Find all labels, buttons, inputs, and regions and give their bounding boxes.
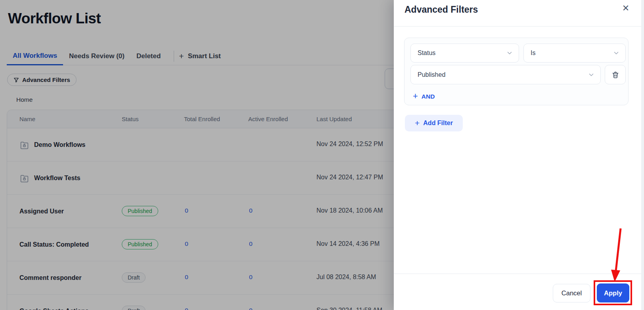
- delete-filter-button[interactable]: [605, 65, 626, 84]
- scrollbar[interactable]: [641, 0, 644, 310]
- cancel-button[interactable]: Cancel: [553, 284, 590, 302]
- panel-title: Advanced Filters: [404, 4, 478, 15]
- trash-icon: [611, 71, 619, 79]
- apply-button[interactable]: Apply: [597, 283, 629, 302]
- modal-dim-overlay[interactable]: [0, 0, 394, 310]
- divider: [394, 274, 644, 274]
- add-and-condition-button[interactable]: + AND: [413, 92, 435, 101]
- filter-field-select[interactable]: Status: [410, 44, 519, 63]
- filter-condition-card: Status Is Published + AND: [404, 38, 629, 105]
- chevron-down-icon: [588, 71, 595, 78]
- add-filter-button[interactable]: + Add Filter: [405, 115, 463, 131]
- plus-icon: +: [415, 119, 420, 127]
- chevron-down-icon: [613, 49, 620, 57]
- advanced-filters-panel: Advanced Filters ✕ Status Is Published: [394, 0, 644, 310]
- filter-operator-select[interactable]: Is: [523, 44, 626, 63]
- plus-icon: +: [413, 92, 418, 101]
- close-icon[interactable]: ✕: [621, 3, 631, 13]
- chevron-down-icon: [506, 49, 513, 57]
- filter-value-select[interactable]: Published: [410, 65, 601, 84]
- divider: [394, 26, 644, 27]
